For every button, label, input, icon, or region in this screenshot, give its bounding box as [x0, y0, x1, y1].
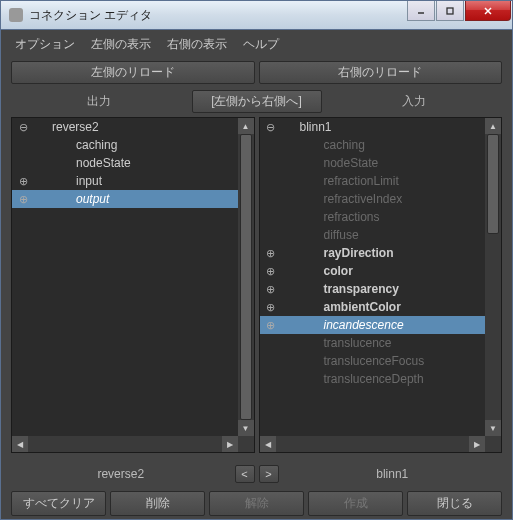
no-toggle	[264, 228, 278, 242]
left-panel: ⊖reverse2 caching nodeState⊕input⊕output…	[11, 117, 255, 453]
scroll-down-icon[interactable]: ▼	[238, 420, 254, 436]
close-dialog-button[interactable]: 閉じる	[407, 491, 502, 516]
reload-right-button[interactable]: 右側のリロード	[259, 61, 503, 84]
right-horizontal-scrollbar[interactable]: ◀ ▶	[260, 436, 486, 452]
left-tree[interactable]: ⊖reverse2 caching nodeState⊕input⊕output	[12, 118, 238, 436]
svg-rect-1	[447, 8, 453, 14]
no-toggle	[264, 336, 278, 350]
right-tree-item[interactable]: ⊕rayDirection	[260, 244, 486, 262]
make-button[interactable]: 作成	[308, 491, 403, 516]
scroll-left-icon[interactable]: ◀	[260, 436, 276, 452]
menubar: オプション 左側の表示 右側の表示 ヘルプ	[1, 30, 512, 59]
next-button[interactable]: >	[259, 465, 279, 483]
window-titlebar: コネクション エディタ	[0, 0, 513, 30]
expand-icon[interactable]: ⊕	[16, 192, 30, 206]
tree-item-label: caching	[320, 138, 365, 152]
no-toggle	[264, 372, 278, 386]
right-tree-item[interactable]: ⊕color	[260, 262, 486, 280]
expand-icon[interactable]: ⊕	[264, 264, 278, 278]
tree-item-label: transparency	[320, 282, 399, 296]
left-node-name: reverse2	[11, 467, 231, 481]
right-vertical-scrollbar[interactable]: ▲ ▼	[485, 118, 501, 436]
menu-left-display[interactable]: 左側の表示	[85, 34, 157, 55]
right-tree-item[interactable]: caching	[260, 136, 486, 154]
tree-item-label: refractions	[320, 210, 380, 224]
right-tree[interactable]: ⊖blinn1 caching nodeState refractionLimi…	[260, 118, 486, 436]
right-tree-item[interactable]: diffuse	[260, 226, 486, 244]
maximize-button[interactable]	[436, 1, 464, 21]
no-toggle	[264, 138, 278, 152]
left-horizontal-scrollbar[interactable]: ◀ ▶	[12, 436, 238, 452]
menu-right-display[interactable]: 右側の表示	[161, 34, 233, 55]
tree-item-label: input	[72, 174, 102, 188]
right-tree-item[interactable]: refractionLimit	[260, 172, 486, 190]
tree-item-label: blinn1	[296, 120, 332, 134]
tree-item-label: translucenceDepth	[320, 372, 424, 386]
no-toggle	[264, 156, 278, 170]
tree-item-label: output	[72, 192, 109, 206]
right-tree-item[interactable]: refractions	[260, 208, 486, 226]
scroll-up-icon[interactable]: ▲	[238, 118, 254, 134]
right-tree-item[interactable]: ⊕transparency	[260, 280, 486, 298]
left-tree-item[interactable]: ⊕input	[12, 172, 238, 190]
tree-item-label: translucence	[320, 336, 392, 350]
remove-button[interactable]: 削除	[110, 491, 205, 516]
direction-button[interactable]: [左側から右側へ]	[192, 90, 322, 113]
right-tree-item[interactable]: ⊕incandescence	[260, 316, 486, 334]
window-title: コネクション エディタ	[29, 7, 407, 24]
minimize-button[interactable]	[407, 1, 435, 21]
scroll-down-icon[interactable]: ▼	[485, 420, 501, 436]
left-tree-item[interactable]: ⊕output	[12, 190, 238, 208]
menu-options[interactable]: オプション	[9, 34, 81, 55]
no-toggle	[264, 174, 278, 188]
tree-item-label: refractiveIndex	[320, 192, 403, 206]
clear-all-button[interactable]: すべてクリア	[11, 491, 106, 516]
expand-icon[interactable]: ⊕	[16, 174, 30, 188]
right-tree-item[interactable]: translucence	[260, 334, 486, 352]
right-tree-item[interactable]: translucenceFocus	[260, 352, 486, 370]
collapse-icon[interactable]: ⊖	[16, 120, 30, 134]
left-vertical-scrollbar[interactable]: ▲ ▼	[238, 118, 254, 436]
expand-icon[interactable]: ⊕	[264, 282, 278, 296]
no-toggle	[16, 138, 30, 152]
left-tree-item[interactable]: caching	[12, 136, 238, 154]
tree-item-label: diffuse	[320, 228, 359, 242]
prev-button[interactable]: <	[235, 465, 255, 483]
collapse-icon[interactable]: ⊖	[264, 120, 278, 134]
scroll-up-icon[interactable]: ▲	[485, 118, 501, 134]
menu-help[interactable]: ヘルプ	[237, 34, 285, 55]
expand-icon[interactable]: ⊕	[264, 246, 278, 260]
scroll-left-icon[interactable]: ◀	[12, 436, 28, 452]
right-panel: ⊖blinn1 caching nodeState refractionLimi…	[259, 117, 503, 453]
input-column-label: 入力	[326, 93, 503, 110]
tree-item-label: ambientColor	[320, 300, 401, 314]
expand-icon[interactable]: ⊕	[264, 318, 278, 332]
right-tree-item[interactable]: nodeState	[260, 154, 486, 172]
output-column-label: 出力	[11, 93, 188, 110]
no-toggle	[16, 156, 30, 170]
scroll-right-icon[interactable]: ▶	[469, 436, 485, 452]
tree-item-label: nodeState	[320, 156, 379, 170]
right-tree-item[interactable]: ⊕ambientColor	[260, 298, 486, 316]
tree-item-label: incandescence	[320, 318, 404, 332]
left-tree-item[interactable]: nodeState	[12, 154, 238, 172]
reload-left-button[interactable]: 左側のリロード	[11, 61, 255, 84]
right-tree-item[interactable]: translucenceDepth	[260, 370, 486, 388]
scroll-right-icon[interactable]: ▶	[222, 436, 238, 452]
right-tree-item[interactable]: ⊖blinn1	[260, 118, 486, 136]
left-tree-item[interactable]: ⊖reverse2	[12, 118, 238, 136]
app-icon	[9, 8, 23, 22]
tree-item-label: refractionLimit	[320, 174, 399, 188]
no-toggle	[264, 192, 278, 206]
right-tree-item[interactable]: refractiveIndex	[260, 190, 486, 208]
no-toggle	[264, 354, 278, 368]
tree-item-label: reverse2	[48, 120, 99, 134]
close-button[interactable]	[465, 1, 511, 21]
expand-icon[interactable]: ⊕	[264, 300, 278, 314]
tree-item-label: color	[320, 264, 353, 278]
break-button[interactable]: 解除	[209, 491, 304, 516]
tree-item-label: caching	[72, 138, 117, 152]
right-node-name: blinn1	[283, 467, 503, 481]
tree-item-label: nodeState	[72, 156, 131, 170]
tree-item-label: translucenceFocus	[320, 354, 425, 368]
